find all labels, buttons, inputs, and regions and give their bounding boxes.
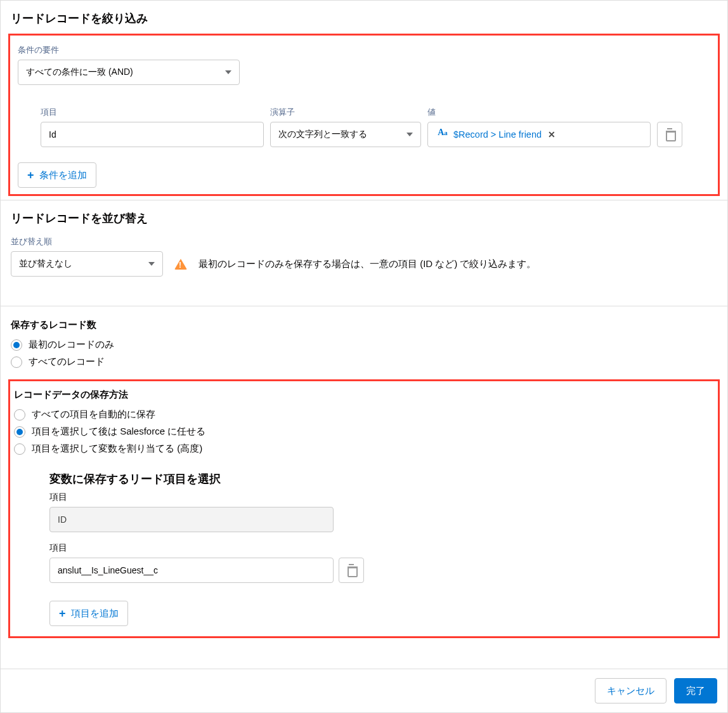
field-api-input[interactable]: anslut__Is_LineGuest__c [49,558,334,583]
trash-icon [665,129,675,140]
add-field-label: 項目を追加 [71,608,119,620]
filter-highlight: 条件の要件 すべての条件に一致 (AND) 項目 Id 演算子 次の文字列と一致… [8,34,720,196]
radio-auto-save[interactable] [14,409,25,421]
field-label-2: 項目 [49,542,718,558]
store-method-label: レコードデータの保存方法 [10,386,718,406]
clear-value-icon[interactable]: ✕ [545,128,558,141]
radio-select-sf[interactable] [14,426,25,438]
footer: キャンセル 完了 [1,669,727,712]
col-value-label: 値 [427,104,651,122]
radio-select-var-label: 項目を選択して変数を割り当てる (高度) [32,443,202,455]
sort-warning-text: 最初のレコードのみを保存する場合は、一意の項目 (ID など) で絞り込みます。 [198,258,536,270]
text-formula-icon: Aa [436,128,450,141]
add-condition-button[interactable]: + 条件を追加 [18,162,96,188]
done-button[interactable]: 完了 [674,678,717,703]
field-id-input: ID [49,507,334,532]
col-field-label: 項目 [41,104,264,122]
condition-field-input[interactable]: Id [41,122,264,147]
field-api-value: anslut__Is_LineGuest__c [58,565,158,575]
requirement-label: 条件の要件 [18,42,710,60]
cancel-button[interactable]: キャンセル [595,678,666,703]
trash-icon [346,565,356,575]
condition-field-value: Id [49,129,56,140]
select-fields-header: 変数に保存するリード項目を選択 [10,457,718,492]
sort-order-select[interactable]: 並び替えなし [11,251,163,277]
dialog-container: リードレコードを絞り込み 条件の要件 すべての条件に一致 (AND) 項目 Id… [0,0,728,713]
add-condition-label: 条件を追加 [39,169,87,181]
radio-first-label: 最初のレコードのみ [29,339,114,351]
radio-first-record[interactable] [11,339,22,351]
condition-operator-select[interactable]: 次の文字列と一致する [270,122,421,147]
requirement-select[interactable]: すべての条件に一致 (AND) [18,60,240,85]
radio-all-records[interactable] [11,356,22,368]
sort-order-value: 並び替えなし [19,258,72,270]
store-method-group: すべての項目を自動的に保存 項目を選択して後は Salesforce に任せる … [10,406,718,457]
condition-operator-value: 次の文字列と一致する [278,129,367,140]
chevron-down-icon [225,70,231,74]
radio-all-label: すべてのレコード [29,356,105,368]
store-method-highlight: レコードデータの保存方法 すべての項目を自動的に保存 項目を選択して後は Sal… [8,379,720,638]
sort-header: リードレコードを並び替え [1,200,727,233]
store-count-label: 保存するレコード数 [1,306,727,336]
chevron-down-icon [148,262,155,266]
sort-order-label: 並び替え順 [1,233,727,251]
delete-field-button[interactable] [339,558,364,583]
requirement-value: すべての条件に一致 (AND) [26,67,133,78]
radio-select-var[interactable] [14,443,25,455]
field-label-1: 項目 [49,492,718,507]
plus-icon: + [59,608,66,619]
condition-value-input[interactable]: Aa $Record > Line friend ✕ [427,122,651,147]
warning-icon [174,259,187,270]
radio-select-sf-label: 項目を選択して後は Salesforce に任せる [32,426,205,438]
field-id-value: ID [58,514,67,525]
delete-condition-button[interactable] [657,122,682,147]
plus-icon: + [27,169,34,181]
add-field-button[interactable]: + 項目を追加 [49,601,128,626]
condition-value-pill: $Record > Line friend [453,129,542,140]
chevron-down-icon [406,133,413,136]
radio-auto-label: すべての項目を自動的に保存 [32,409,155,421]
col-operator-label: 演算子 [270,104,421,122]
filter-header: リードレコードを絞り込み [1,1,727,34]
store-count-group: 最初のレコードのみ すべてのレコード [1,336,727,370]
